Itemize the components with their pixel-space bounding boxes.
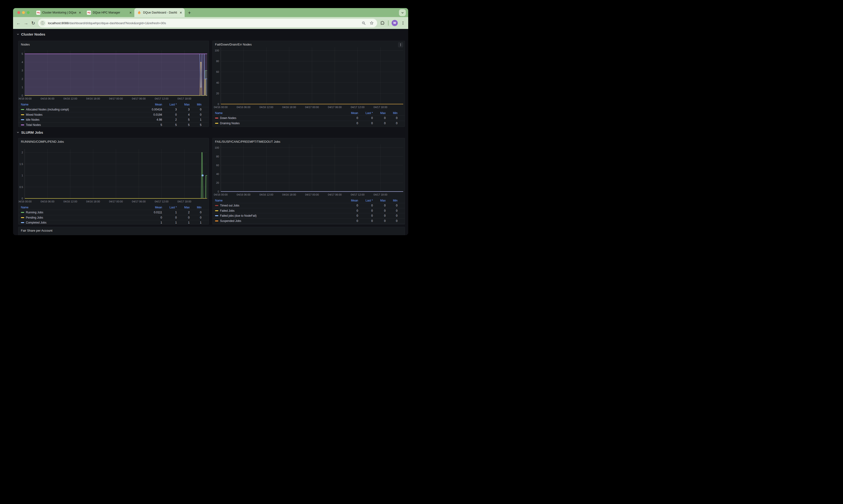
svg-text:04/17 18:00: 04/17 18:00 [374, 193, 387, 196]
series-color-swatch [21, 222, 24, 223]
legend-column-header[interactable]: Min [386, 199, 397, 202]
svg-text:04/17 06:00: 04/17 06:00 [132, 200, 146, 203]
legend-series-name[interactable]: Failed jobs (due to NodeFail) [215, 214, 342, 217]
panel-menu-button[interactable] [398, 42, 403, 48]
browser-window: DQCluster Monitoring | DQue✕DQDQue HPC M… [13, 8, 408, 235]
chevron-down-icon [16, 33, 19, 36]
legend-stat-value: 0.0194 [145, 113, 162, 116]
tab-dque-hpc-manager[interactable]: DQDQue HPC Manager✕ [84, 8, 134, 17]
close-window-button[interactable] [17, 11, 20, 14]
zoom-window-button[interactable] [27, 11, 30, 14]
url-bar[interactable]: ⓘ localhost:8088/dashboard/d/dquehpc/dqu… [38, 19, 377, 27]
svg-text:04/17 06:00: 04/17 06:00 [328, 193, 342, 196]
tab-search-button[interactable] [399, 9, 406, 16]
bookmark-star-icon[interactable] [369, 21, 374, 25]
tab-cluster-monitoring-dque[interactable]: DQCluster Monitoring | DQue✕ [33, 8, 84, 17]
tab-close-button[interactable]: ✕ [179, 11, 183, 15]
svg-text:04/17 18:00: 04/17 18:00 [177, 200, 191, 203]
legend-series-name[interactable]: Total Nodes [21, 123, 145, 127]
url-text: localhost:8088/dashboard/d/dquehpc/dque-… [48, 21, 360, 25]
legend-column-header[interactable]: Name [215, 199, 342, 202]
legend-row: Pending Jobs0000 [18, 215, 209, 220]
legend-series-name[interactable]: Mixed Nodes [21, 113, 145, 116]
section-header-cluster-nodes[interactable]: Cluster Nodes [16, 32, 45, 36]
site-info-icon[interactable]: ⓘ [39, 20, 46, 26]
legend-column-header[interactable]: Min [190, 103, 202, 106]
browser-menu-icon[interactable] [401, 21, 405, 25]
legend-column-header[interactable]: Mean [145, 103, 162, 106]
panel-fail-down-drain-err-nodes: Fail/Down/Drain/Err Nodes02040608010004/… [212, 41, 405, 127]
svg-text:1.5: 1.5 [19, 163, 23, 165]
legend-stat-value: 0 [162, 113, 177, 116]
legend-column-header[interactable]: Max [177, 103, 190, 106]
legend-column-header[interactable]: Last * [162, 103, 177, 106]
legend-column-header[interactable]: Last * [358, 111, 373, 115]
legend-stat-value: 0 [373, 116, 386, 120]
tabs-container: DQCluster Monitoring | DQue✕DQDQue HPC M… [33, 8, 185, 17]
legend-series-name[interactable]: Timed out Jobs [215, 204, 342, 207]
legend-column-header[interactable]: Max [373, 111, 386, 115]
tab-close-button[interactable]: ✕ [128, 11, 133, 15]
legend-column-header[interactable]: Max [177, 206, 190, 209]
legend-series-name[interactable]: Failed Jobs [215, 209, 342, 212]
chart-nodes[interactable]: 01234504/16 00:0004/16 06:0004/16 12:000… [18, 41, 209, 101]
reload-button[interactable]: ↻ [31, 21, 35, 25]
legend-stat-value: 0 [342, 116, 358, 120]
chart-running-compl-pend-jobs[interactable]: 00.511.5204/16 00:0004/16 06:0004/16 12:… [18, 138, 209, 204]
legend-series-name[interactable]: Completed Jobs [21, 221, 145, 224]
panel-title[interactable]: Nodes [21, 43, 30, 46]
legend-column-header[interactable]: Mean [342, 199, 358, 202]
series-label: Down Nodes [220, 116, 236, 120]
chart-fail-down-drain-err-nodes[interactable]: 02040608010004/16 00:0004/16 06:0004/16 … [213, 41, 405, 110]
section-header-slurm-jobs[interactable]: SLURM Jobs [16, 130, 43, 134]
legend-series-name[interactable]: Pending Jobs [21, 216, 145, 219]
panel-title[interactable]: FAIL/SUSP/CANC/PREEMPT/TIMEDOUT Jobs [215, 140, 280, 143]
legend-running-compl-pend-jobs: NameMeanLast *MaxMinRunning Jobs0.011112… [18, 205, 209, 224]
legend-stat-value: 0 [190, 113, 202, 116]
legend-stat-value: 5 [190, 123, 202, 127]
legend-stat-value: 1 [190, 221, 202, 224]
legend-series-name[interactable]: Allocated Nodes (including compl) [21, 108, 145, 111]
legend-column-header[interactable]: Min [386, 111, 397, 115]
forward-button[interactable]: → [24, 21, 28, 25]
minimize-window-button[interactable] [22, 11, 25, 14]
browser-toolbar: ← → ↻ ⓘ localhost:8088/dashboard/d/dqueh… [13, 17, 408, 29]
legend-series-name[interactable]: Down Nodes [215, 116, 342, 120]
legend-stat-value: 0 [145, 216, 162, 219]
legend-column-header[interactable]: Min [190, 206, 202, 209]
legend-column-header[interactable]: Name [21, 103, 145, 106]
series-label: Pending Jobs [26, 216, 43, 219]
zoom-out-icon[interactable] [362, 21, 366, 25]
legend-row: Completed Jobs1111 [18, 220, 209, 224]
legend-series-name[interactable]: Running Jobs [21, 211, 145, 214]
tab-dque-dashboard-dashboar[interactable]: DQue Dashboard - Dashboar✕ [134, 8, 185, 17]
legend-column-header[interactable]: Name [21, 206, 145, 209]
panel-nodes: Nodes01234504/16 00:0004/16 06:0004/16 1… [18, 41, 209, 127]
back-button[interactable]: ← [16, 21, 21, 25]
svg-text:60: 60 [216, 164, 219, 167]
legend-column-header[interactable]: Mean [342, 111, 358, 115]
legend-header-row: NameMeanLast *MaxMin [213, 111, 405, 115]
grafana-flame-icon [137, 11, 141, 15]
panel-running-compl-pend-jobs: RUNNING/COMPL/PEND Jobs00.511.5204/16 00… [18, 138, 209, 224]
legend-column-header[interactable]: Last * [358, 199, 373, 202]
panel-title[interactable]: Fair Share per Account [21, 229, 52, 232]
extensions-icon[interactable] [380, 21, 385, 25]
legend-stat-value: 0 [373, 122, 386, 125]
legend-column-header[interactable]: Mean [145, 206, 162, 209]
svg-text:04/16 00:00: 04/16 00:00 [214, 193, 228, 196]
legend-series-name[interactable]: Idle Nodes [21, 118, 145, 121]
legend-column-header[interactable]: Max [373, 199, 386, 202]
profile-avatar[interactable]: W [392, 20, 398, 26]
chart-fail-susp-canc-preempt-timedout-jobs[interactable]: 02040608010004/16 00:0004/16 06:0004/16 … [213, 138, 405, 197]
tab-close-button[interactable]: ✕ [78, 11, 82, 15]
new-tab-button[interactable]: + [187, 10, 192, 15]
panel-title[interactable]: RUNNING/COMPL/PEND Jobs [21, 140, 64, 143]
legend-series-name[interactable]: Draining Nodes [215, 122, 342, 125]
svg-text:0: 0 [22, 197, 23, 200]
legend-series-name[interactable]: Suspended Jobs [215, 219, 342, 222]
legend-column-header[interactable]: Name [215, 111, 342, 115]
svg-text:04/16 06:00: 04/16 06:00 [40, 200, 54, 203]
legend-column-header[interactable]: Last * [162, 206, 177, 209]
panel-title[interactable]: Fail/Down/Drain/Err Nodes [215, 43, 252, 46]
